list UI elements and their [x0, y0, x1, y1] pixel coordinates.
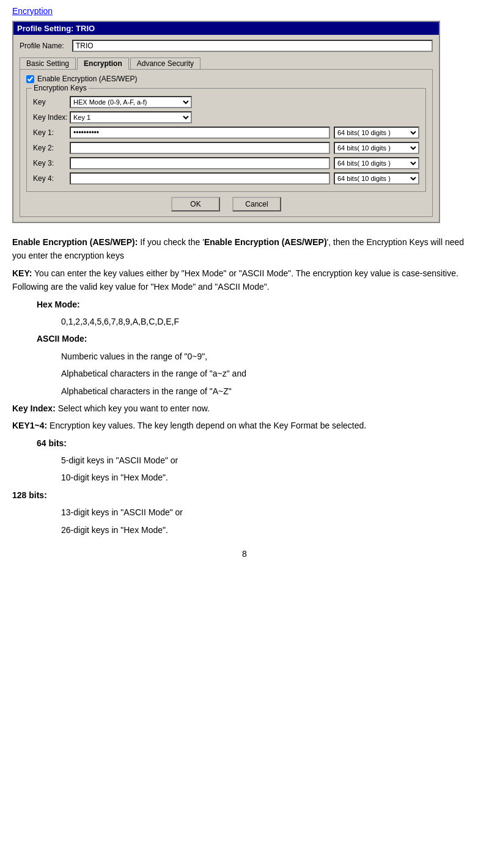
- ascii-mode-heading: ASCII Mode:: [37, 334, 87, 344]
- bits64-ascii: 5-digit keys in "ASCII Mode" or: [61, 455, 178, 465]
- key4-bit-select[interactable]: 64 bits( 10 digits ) 128 bits( 26 digits…: [334, 172, 419, 185]
- bits64-heading: 64 bits:: [37, 438, 67, 448]
- bits64-heading-para: 64 bits:: [37, 436, 477, 450]
- tabs-row: Basic Setting Encryption Advance Securit…: [20, 57, 433, 69]
- content-section: Enable Encryption (AES/WEP): If you chec…: [12, 235, 477, 537]
- profile-setting-dialog: Profile Setting: TRIO Profile Name: Basi…: [12, 21, 440, 223]
- key2-bit-select[interactable]: 64 bits( 10 digits ) 128 bits( 26 digits…: [334, 142, 419, 154]
- key1-row: Key 1: 64 bits( 10 digits ) 128 bits( 26…: [33, 127, 419, 139]
- enable-heading: Enable Encryption (AES/WEP):: [12, 237, 138, 247]
- key-mode-row: Key HEX Mode (0-9, A-F, a-f) ASCII Mode: [33, 96, 419, 108]
- bits64-hex-para: 10-digit keys in "Hex Mode".: [61, 471, 477, 484]
- key4-input[interactable]: [70, 172, 330, 185]
- bits128-hex: 26-digit keys in "Hex Mode".: [61, 525, 168, 535]
- hex-mode-heading: Hex Mode:: [37, 300, 80, 309]
- enable-para: Enable Encryption (AES/WEP): If you chec…: [12, 235, 477, 263]
- key-para: KEY: You can enter the key values either…: [12, 267, 477, 294]
- key3-label: Key 3:: [33, 159, 70, 167]
- ascii-mode-heading-para: ASCII Mode:: [37, 332, 477, 345]
- bits128-heading: 128 bits:: [12, 490, 47, 500]
- key1-bit-select[interactable]: 64 bits( 10 digits ) 128 bits( 26 digits…: [334, 127, 419, 139]
- enable-encryption-row: Enable Encryption (AES/WEP): [26, 75, 426, 83]
- key14-para: KEY1~4: Encryption key values. The key l…: [12, 419, 477, 432]
- profile-name-row: Profile Name:: [20, 40, 433, 52]
- key1-label: Key 1:: [33, 128, 70, 137]
- key4-row: Key 4: 64 bits( 10 digits ) 128 bits( 26…: [33, 172, 419, 185]
- group-legend: Encryption Keys: [32, 84, 89, 92]
- key-index-desc: Select which key you want to enter now.: [58, 403, 210, 413]
- key-index-row: Key Index: Key 1 Key 2 Key 3 Key 4: [33, 111, 419, 123]
- key-index-heading: Key Index:: [12, 403, 56, 413]
- dialog-title: Profile Setting: TRIO: [17, 24, 95, 33]
- tab-content: Enable Encryption (AES/WEP) Encryption K…: [20, 69, 433, 217]
- key-heading: KEY:: [12, 268, 32, 278]
- dialog-body: Profile Name: Basic Setting Encryption A…: [13, 35, 439, 222]
- bits64-hex: 10-digit keys in "Hex Mode".: [61, 473, 168, 482]
- cancel-button[interactable]: Cancel: [232, 197, 281, 211]
- dialog-buttons: OK Cancel: [26, 197, 426, 211]
- profile-name-label: Profile Name:: [20, 42, 68, 50]
- ascii-numeric: Numberic values in the range of "0~9",: [61, 351, 207, 361]
- key-mode-select[interactable]: HEX Mode (0-9, A-F, a-f) ASCII Mode: [70, 96, 192, 108]
- bits128-ascii: 13-digit keys in "ASCII Mode" or: [61, 507, 183, 517]
- key-index-select[interactable]: Key 1 Key 2 Key 3 Key 4: [70, 111, 192, 123]
- ascii-numeric-para: Numberic values in the range of "0~9",: [61, 350, 477, 363]
- key-index-label: Key Index:: [33, 113, 70, 122]
- key14-heading: KEY1~4:: [12, 421, 47, 430]
- page-number: 8: [12, 549, 477, 559]
- key1-input[interactable]: [70, 127, 330, 139]
- bits64-ascii-para: 5-digit keys in "ASCII Mode" or: [61, 454, 477, 467]
- ascii-alpha1: Alphabetical characters in the range of …: [61, 369, 246, 378]
- ascii-alpha2: Alphabetical characters in the range of …: [61, 386, 232, 396]
- key2-row: Key 2: 64 bits( 10 digits ) 128 bits( 26…: [33, 142, 419, 154]
- dialog-titlebar: Profile Setting: TRIO: [13, 22, 439, 35]
- key-index-para: Key Index: Select which key you want to …: [12, 402, 477, 415]
- key-desc: You can enter the key values either by "…: [12, 268, 458, 292]
- enable-encryption-label: Enable Encryption (AES/WEP): [37, 75, 137, 83]
- hex-mode-values-para: 0,1,2,3,4,5,6,7,8,9,A,B,C,D,E,F: [61, 315, 477, 328]
- hex-mode-heading-para: Hex Mode:: [37, 298, 477, 311]
- enable-encryption-checkbox[interactable]: [26, 75, 34, 83]
- profile-name-input[interactable]: [72, 40, 433, 52]
- page-title: Encryption: [12, 6, 477, 16]
- tab-advance-security[interactable]: Advance Security: [130, 57, 200, 69]
- tab-basic-setting[interactable]: Basic Setting: [20, 57, 76, 69]
- bits128-heading-para: 128 bits:: [12, 488, 477, 502]
- key14-desc: Encryption key values. The key length de…: [50, 421, 366, 430]
- hex-mode-values: 0,1,2,3,4,5,6,7,8,9,A,B,C,D,E,F: [61, 317, 179, 326]
- key2-input[interactable]: [70, 142, 330, 154]
- key3-input[interactable]: [70, 157, 330, 169]
- encryption-keys-group: Encryption Keys Key HEX Mode (0-9, A-F, …: [26, 88, 426, 192]
- key4-label: Key 4:: [33, 174, 70, 183]
- ascii-alpha2-para: Alphabetical characters in the range of …: [61, 384, 477, 398]
- bits128-hex-para: 26-digit keys in "Hex Mode".: [61, 523, 477, 537]
- tab-encryption[interactable]: Encryption: [77, 57, 129, 70]
- key-label: Key: [33, 98, 70, 106]
- key3-bit-select[interactable]: 64 bits( 10 digits ) 128 bits( 26 digits…: [334, 157, 419, 169]
- bits128-ascii-para: 13-digit keys in "ASCII Mode" or: [61, 506, 477, 519]
- ok-button[interactable]: OK: [171, 197, 220, 211]
- key2-label: Key 2:: [33, 144, 70, 152]
- ascii-alpha1-para: Alphabetical characters in the range of …: [61, 367, 477, 380]
- key3-row: Key 3: 64 bits( 10 digits ) 128 bits( 26…: [33, 157, 419, 169]
